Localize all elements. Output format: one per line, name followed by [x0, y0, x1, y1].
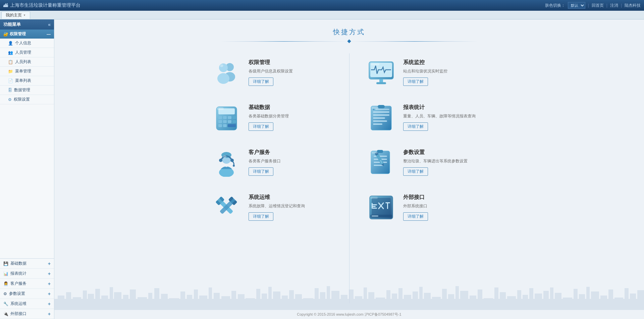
sidebar-item-customer[interactable]: 👩‍💼 客户服务 +: [0, 279, 54, 289]
card-title-yunwei: 系统运维: [249, 194, 332, 201]
menu-list-icon: 📄: [8, 78, 13, 83]
params-icon: ⚙: [3, 291, 7, 296]
quick-title-text: 快捷方式: [54, 28, 644, 37]
card-content-quanxian: 权限管理 各级用户信息及权限设置 详细了解: [249, 59, 332, 86]
card-icon-jiankong: [366, 57, 396, 88]
footer: Copyright © 2015-2016 www.lujiesh.com 沪I…: [54, 310, 644, 319]
header: 🏙 上海市生活垃圾计量称重管理平台 肤色切换： 默认 | 回首页 | 注消 | …: [0, 0, 644, 11]
svg-rect-9: [223, 116, 227, 119]
ops-icon: 🔧: [3, 302, 8, 306]
svg-point-23: [219, 159, 222, 162]
sidebar-item-ext[interactable]: 🔌 外部接口 +: [0, 309, 54, 319]
sidebar-item-ops[interactable]: 🔧 系统运维 +: [0, 299, 54, 309]
card-title-kehu: 客户服务: [249, 149, 332, 156]
data-mgmt-icon: 🗄: [8, 88, 12, 93]
card-icon-kehu: [212, 147, 242, 177]
svg-rect-37: [379, 79, 383, 83]
sidebar-item-data-mgmt[interactable]: 🗄 数据管理: [0, 86, 54, 95]
ext-icon: 🔌: [3, 312, 8, 316]
card-title-quanxian: 权限管理: [249, 59, 332, 66]
svg-rect-16: [218, 124, 222, 127]
sidebar-item-basic-data[interactable]: 💾 基础数据 +: [0, 259, 54, 269]
card-content-baobiao: 报表统计 重量、人员、车辆、故障等情况报表查询 详细了解: [403, 104, 487, 130]
card-icon-baobiao: [366, 102, 396, 132]
svg-rect-15: [232, 120, 236, 123]
card-icon-yunwei: [212, 192, 242, 222]
card-btn-kehu[interactable]: 详细了解: [249, 167, 273, 176]
sidebar-bottom: 💾 基础数据 + 📊 报表统计 + 👩‍💼 客户服务 +: [0, 258, 54, 319]
ops-expand-icon: +: [48, 301, 51, 307]
report-expand-icon: +: [48, 271, 51, 276]
svg-rect-44: [373, 117, 385, 119]
card-title-baobiao: 报表统计: [403, 104, 487, 111]
nav-login-link[interactable]: 注消: [610, 3, 618, 8]
section-collapse-icon: —: [47, 32, 51, 37]
sidebar-collapse-btn[interactable]: «: [48, 22, 51, 27]
basic-data-icon: 💾: [3, 261, 8, 266]
svg-rect-49: [372, 107, 378, 109]
sidebar-item-personal[interactable]: 👤 个人信息: [0, 39, 54, 48]
svg-rect-60: [372, 152, 378, 154]
card-btn-waijie[interactable]: 详细了解: [403, 212, 428, 221]
svg-rect-51: [377, 150, 383, 153]
customer-expand-icon: +: [48, 281, 51, 286]
card-content-canshu: 参数设置 整治垃圾、车辆进出等系统参数设置 详细了解: [403, 149, 487, 175]
sidebar-item-personnel-mgmt[interactable]: 👥 人员管理: [0, 48, 54, 57]
card-btn-jichu[interactable]: 详细了解: [249, 122, 273, 131]
card-content-jiankong: 系统监控 站点和垃圾状况实时监控 详细了解: [403, 59, 487, 86]
svg-rect-14: [228, 120, 231, 123]
sidebar-item-permission[interactable]: ⚙ 权限设置: [0, 95, 54, 104]
nav-company-link[interactable]: 陆杰科技: [625, 3, 641, 8]
svg-rect-13: [223, 120, 227, 123]
card-yunwei: 系统运维 系统故障、运维情况登记和查询 详细了解: [208, 188, 336, 226]
quanxian-section-icon: 🔐: [3, 32, 8, 37]
sidebar-item-params[interactable]: ⚙ 参数设置 +: [0, 289, 54, 299]
svg-rect-12: [218, 120, 222, 123]
svg-rect-42: [373, 111, 389, 113]
sidebar-section-quanxian[interactable]: 🔐 权限管理 —: [0, 30, 54, 39]
menu-mgmt-icon: 📁: [8, 69, 13, 74]
card-jichu: 基础数据 各类基础数据分类管理 详细了解: [208, 98, 336, 137]
sidebar-header: 功能菜单 «: [0, 19, 54, 30]
card-desc-yunwei: 系统故障、运维情况登记和查询: [249, 203, 332, 209]
card-jiankong: 系统监控 站点和垃圾状况实时监控 详细了解: [363, 53, 490, 92]
cards-column-left: 权限管理 各级用户信息及权限设置 详细了解: [208, 53, 336, 303]
sidebar-item-report[interactable]: 📊 报表统计 +: [0, 269, 54, 279]
card-btn-quanxian[interactable]: 详细了解: [249, 77, 273, 86]
sidebar-item-menu-mgmt[interactable]: 📁 菜单管理: [0, 67, 54, 76]
svg-rect-11: [232, 116, 236, 119]
sidebar-item-menu-list[interactable]: 📄 菜单列表: [0, 76, 54, 86]
card-btn-baobiao[interactable]: 详细了解: [403, 122, 428, 131]
personnel-list-icon: 📋: [8, 60, 13, 64]
svg-rect-8: [218, 116, 222, 119]
svg-rect-17: [223, 124, 227, 127]
card-icon-waijie: [366, 192, 396, 222]
app-title: 🏙 上海市生活垃圾计量称重管理平台: [3, 2, 80, 8]
svg-rect-52: [374, 156, 387, 157]
card-title-jiankong: 系统监控: [403, 59, 487, 66]
svg-point-4: [217, 73, 229, 84]
card-content-yunwei: 系统运维 系统故障、运维情况登记和查询 详细了解: [249, 194, 332, 220]
svg-rect-10: [228, 116, 231, 119]
card-desc-kehu: 各类客户服务接口: [249, 158, 332, 164]
params-expand-icon: +: [48, 291, 51, 297]
card-btn-yunwei[interactable]: 详细了解: [249, 212, 273, 221]
skin-select[interactable]: 默认: [568, 2, 585, 9]
svg-point-25: [233, 165, 235, 167]
card-btn-jiankong[interactable]: 详细了解: [403, 77, 428, 86]
card-content-kehu: 客户服务 各类客户服务接口 详细了解: [249, 149, 332, 175]
card-quanxian: 权限管理 各级用户信息及权限设置 详细了解: [208, 53, 336, 92]
svg-rect-46: [373, 123, 382, 125]
tab-home[interactable]: 我的主页 ▼: [1, 11, 30, 19]
card-canshu: 参数设置 整治垃圾、车辆进出等系统参数设置 详细了解: [363, 143, 490, 181]
svg-rect-70: [387, 202, 388, 209]
card-icon-canshu: [366, 147, 396, 177]
card-kehu: 客户服务 各类客户服务接口 详细了解: [208, 143, 336, 181]
svg-point-3: [219, 63, 228, 72]
sidebar-item-personnel-list[interactable]: 📋 人员列表: [0, 57, 54, 67]
copyright-text: Copyright © 2015-2016 www.lujiesh.com 沪I…: [297, 312, 401, 316]
cards-column-right: 系统监控 站点和垃圾状况实时监控 详细了解: [363, 53, 490, 303]
svg-rect-73: [370, 197, 378, 199]
card-btn-canshu[interactable]: 详细了解: [403, 167, 428, 176]
nav-home-link[interactable]: 回首页: [592, 3, 604, 8]
